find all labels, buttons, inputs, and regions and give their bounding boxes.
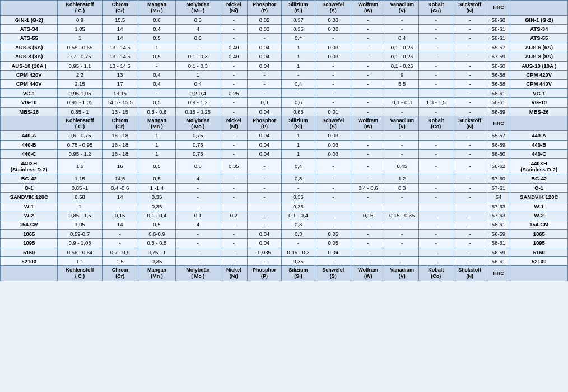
table-row: AUS-8 (8A)0,7 - 0,7513 - 14,50,50,1 - 0,… [1, 52, 568, 61]
cell-6-9: - [351, 70, 385, 79]
cell-3-1: 0,55 - 0,65 [58, 43, 102, 52]
cell-103-0: 440XH(Stainless D-2) [1, 158, 58, 174]
cell-113-10: - [385, 256, 419, 265]
cell-113-13: 58-61 [487, 256, 510, 265]
cell-3-9: - [351, 43, 385, 52]
cell-113-8: - [315, 256, 351, 265]
cell-108-3: 0,1 - 0,4 [138, 211, 176, 220]
header-col-4: Nickel(Ni) [220, 116, 248, 131]
cell-10-2: 13 - 15 [102, 107, 138, 116]
cell-103-2: 16 [102, 158, 138, 174]
cell-101-12: - [453, 140, 487, 149]
cell-6-1: 2,2 [58, 70, 102, 79]
header-col-5: Phosphor(P) [248, 266, 282, 281]
cell-104-11: - [419, 174, 453, 183]
header-col-1: Chrom(Cr) [102, 266, 138, 281]
header-col-9: Vanadium(V) [385, 266, 419, 281]
cell-5-3: - [138, 61, 176, 70]
cell-8-5: 0,25 [220, 88, 248, 97]
cell-10-4: 0,15 - 0,25 [176, 107, 220, 116]
cell-7-0: CPM 440V [1, 80, 58, 88]
cell-110-0: 1065 [1, 229, 58, 238]
cell-0-3: 0,6 [138, 15, 176, 24]
table-row: 440XH(Stainless D-2)1,6160,50,80,35-0,4-… [1, 158, 568, 174]
cell-105-3: 1 -1,4 [138, 183, 176, 192]
cell-4-1: 0,7 - 0,75 [58, 52, 102, 61]
header-col-2: Mangan(Mn ) [138, 1, 176, 16]
cell-1-1: 1,05 [58, 24, 102, 33]
cell-8-1: 0,95-1,05 [58, 88, 102, 97]
cell-0-10: - [385, 15, 419, 24]
cell-107-7: 0,35 [281, 202, 315, 211]
cell-109-2: 14 [102, 220, 138, 229]
cell-102-10: - [385, 150, 419, 158]
cell-10-1: 0,85 - 1 [58, 107, 102, 116]
cell-103-11: - [419, 158, 453, 174]
cell-2-1: 1 [58, 34, 102, 43]
cell-113-6: - [248, 256, 282, 265]
cell-10-12: - [453, 107, 487, 116]
cell-112-1: 0,56 - 0,64 [58, 248, 102, 256]
cell-107-13: 57-63 [487, 202, 510, 211]
cell-100-11: - [419, 131, 453, 140]
cell-111-9: - [351, 239, 385, 248]
cell-10-3: 0,3 - 0,6 [138, 107, 176, 116]
cell-106-7: 0,35 [281, 193, 315, 202]
cell-2-0: ATS-55 [1, 34, 58, 43]
cell-104-1: 1,15 [58, 174, 102, 183]
cell-112-7: 0,15 - 0,3 [281, 248, 315, 256]
cell-112-12: - [453, 248, 487, 256]
cell-112-11: - [419, 248, 453, 256]
cell-7-10: 5,5 [385, 80, 419, 88]
cell-3-14: AUS-6 (6A) [510, 43, 568, 52]
cell-108-13: 57-63 [487, 211, 510, 220]
header-col-11: Stickstoff(N) [453, 1, 487, 16]
cell-6-12: - [453, 70, 487, 79]
cell-2-4: 0,6 [176, 34, 220, 43]
cell-10-8: 0,01 [315, 107, 351, 116]
cell-104-3: 0,5 [138, 174, 176, 183]
cell-108-1: 0,85 - 1,5 [58, 211, 102, 220]
header-col-8: Wolfram(W) [351, 1, 385, 16]
cell-5-10: 0,1 - 0,25 [385, 61, 419, 70]
cell-102-11: - [419, 150, 453, 158]
cell-112-6: 0,035 [248, 248, 282, 256]
cell-102-6: 0,04 [248, 150, 282, 158]
cell-8-2: 13,15 [102, 88, 138, 97]
table-row: 521001,11,50,35---0,35-----58-6152100 [1, 256, 568, 265]
cell-2-3: 0,5 [138, 34, 176, 43]
cell-110-1: 0,59-0,7 [58, 229, 102, 238]
table-row: 51600,56 - 0,640,7 - 0,90,75 - 1--0,0350… [1, 248, 568, 256]
cell-105-6: - [248, 183, 282, 192]
cell-2-12: - [453, 34, 487, 43]
cell-3-3: 1 [138, 43, 176, 52]
cell-105-11: - [419, 183, 453, 192]
cell-8-9: - [351, 88, 385, 97]
cell-2-8: - [315, 34, 351, 43]
header-empty [1, 1, 58, 16]
header-col-9: Vanadium(V) [385, 1, 419, 16]
cell-8-13: 58-61 [487, 88, 510, 97]
cell-111-4: - [176, 239, 220, 248]
cell-111-14: 1095 [510, 239, 568, 248]
cell-6-4: 1 [176, 70, 220, 79]
cell-7-9: - [351, 80, 385, 88]
cell-109-12: - [453, 220, 487, 229]
header-col-2: Mangan(Mn ) [138, 116, 176, 131]
cell-113-14: 52100 [510, 256, 568, 265]
cell-8-11: - [419, 88, 453, 97]
cell-4-12: - [453, 52, 487, 61]
cell-113-4: - [176, 256, 220, 265]
table-row: VG-10,95-1,0513,15-0,2-0,40,25-------58-… [1, 88, 568, 97]
cell-7-6: - [248, 80, 282, 88]
cell-5-8: - [315, 61, 351, 70]
cell-4-2: 13 - 14,5 [102, 52, 138, 61]
cell-112-5: - [220, 248, 248, 256]
table-row: ATS-551140,50,6--0,4--0,4--58-61ATS-55 [1, 34, 568, 43]
cell-108-11: - [419, 211, 453, 220]
cell-10-14: MBS-26 [510, 107, 568, 116]
cell-0-8: 0,03 [315, 15, 351, 24]
cell-107-5 [220, 202, 248, 211]
cell-6-3: 0,4 [138, 70, 176, 79]
cell-106-12: - [453, 193, 487, 202]
